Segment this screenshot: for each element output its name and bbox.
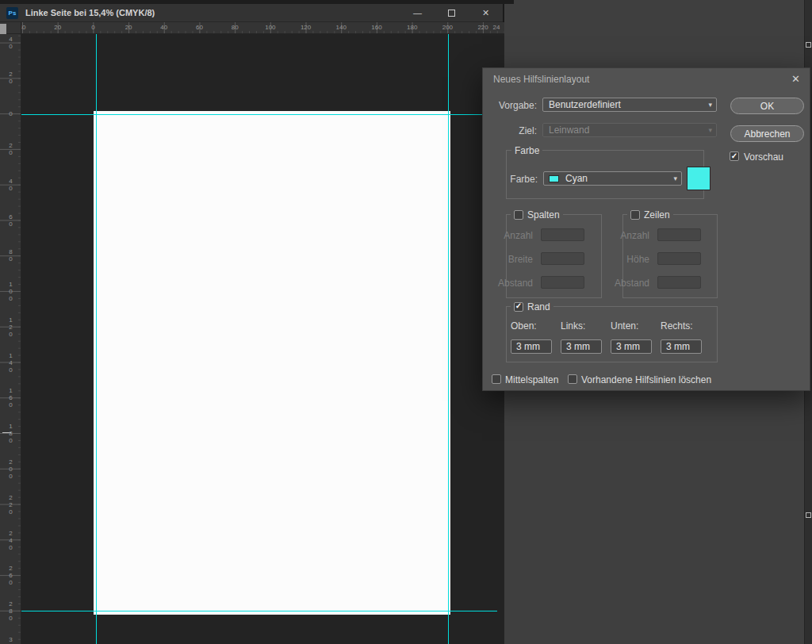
color-value: Cyan [565,173,673,184]
columns-gutter-field [541,276,584,289]
ruler-label: 24 [493,24,500,31]
columns-width-label: Breite [508,254,533,265]
document-window: Ps Linke Seite bei 15,4% (CMYK/8) — ✕ 40… [0,4,504,644]
ruler-label: 280 [7,600,14,622]
clear-existing-label: Vorhandene Hilfslinien löschen [581,374,711,385]
ruler-label: 40 [7,36,14,50]
columns-count-label: Anzahl [504,230,533,241]
ruler-label: 200 [442,24,453,31]
ruler-label: 100 [265,24,275,31]
close-button[interactable]: ✕ [469,4,503,21]
preset-dropdown[interactable]: Benutzerdefiniert ▾ [542,98,717,112]
rows-height-field [657,252,701,265]
margin-group-legend: Rand [527,301,550,312]
dialog-title: Neues Hilfslinienlayout [493,74,589,85]
margin-checkbox[interactable]: ✓ [514,302,523,312]
margin-top-label: Oben: [511,320,537,332]
ruler-label: 20 [7,142,14,156]
rows-count-field [657,228,701,241]
ruler-label: 20 [125,24,132,31]
document-page[interactable] [94,111,450,615]
ruler-label: 160 [7,387,14,408]
ruler-label: 220 [7,493,14,515]
cancel-button[interactable]: Abbrechen [730,125,804,142]
ruler-label: 60 [7,213,14,228]
preset-value: Benutzerdefiniert [549,99,708,110]
canvas-area[interactable] [21,34,504,644]
margin-top-field[interactable] [511,339,552,354]
color-label: Farbe: [510,174,538,185]
ruler-origin[interactable] [0,24,6,34]
document-titlebar[interactable]: Ps Linke Seite bei 15,4% (CMYK/8) — ✕ [0,4,503,22]
target-value: Leinwand [549,125,708,136]
ruler-label: 240 [7,529,14,550]
ruler-label: 20 [54,24,61,31]
ruler-label: 40 [7,178,14,192]
ruler-label: 220 [477,24,488,31]
minimize-icon: — [413,8,422,17]
check-icon: ✓ [731,152,737,160]
dialog-titlebar[interactable]: Neues Hilfslinienlayout ✕ [483,68,810,89]
horizontal-ruler[interactable]: 402002040608010012014016018020022024 [21,22,504,34]
preset-label: Vorgabe: [499,100,537,111]
margin-left-label: Links: [561,320,585,332]
margin-left-field[interactable] [561,339,602,354]
ruler-label: 200 [7,458,14,480]
guide-horizontal-top [21,114,497,115]
margin-group: ✓ Rand Oben: Links: Unten: Rechts: [506,306,718,362]
vertical-ruler[interactable]: 4020020406080100120140160180200220240260… [0,34,21,644]
center-columns-checkbox[interactable]: ✓ [492,374,501,384]
rows-gutter-label: Abstand [615,278,649,289]
chevron-down-icon: ▾ [708,126,712,134]
color-swatch-button[interactable] [687,167,710,190]
columns-checkbox[interactable]: ✓ [514,210,523,220]
ruler-label: 60 [196,24,203,31]
ruler-label: 180 [7,423,14,444]
columns-width-field [541,252,584,265]
clear-existing-checkbox[interactable]: ✓ [568,374,577,384]
ruler-label: 0 [91,24,94,31]
rows-count-label: Anzahl [620,230,649,241]
dialog-close-button[interactable]: ✕ [791,73,800,85]
ruler-label: 0 [7,110,14,117]
ruler-label: 300 [7,635,14,644]
window-controls: — ✕ [400,4,503,21]
center-columns-label: Mittelspalten [505,374,558,385]
target-dropdown: Leinwand ▾ [542,123,717,137]
minimize-button[interactable]: — [400,4,435,21]
rows-checkbox[interactable]: ✓ [630,210,640,220]
check-icon: ✓ [515,302,522,310]
margin-bottom-field[interactable] [611,339,652,354]
color-swatch-small [549,175,559,182]
chevron-down-icon: ▾ [673,174,677,182]
ruler-label: 100 [7,281,14,302]
color-group: Farbe Farbe: Cyan ▾ [506,150,704,199]
columns-group: ✓ Spalten Anzahl Breite Abstand [506,214,602,298]
guide-vertical-right [448,34,449,644]
margin-right-field[interactable] [661,339,702,354]
ruler-label: 80 [7,248,14,263]
window-title: Linke Seite bei 15,4% (CMYK/8) [25,8,155,17]
collapsed-panel-icon[interactable] [806,42,811,48]
rows-group-legend: Zeilen [644,209,670,220]
ruler-label: 120 [301,24,311,31]
rows-gutter-field [657,276,701,289]
rows-group: ✓ Zeilen Anzahl Höhe Abstand [622,214,718,298]
new-guide-layout-dialog: Neues Hilfslinienlayout ✕ Vorgabe: Benut… [482,67,810,391]
ruler-label: 140 [7,351,14,373]
preview-label: Vorschau [744,151,783,163]
color-group-legend: Farbe [515,145,539,156]
ok-button[interactable]: OK [730,98,804,114]
ruler-label: 80 [232,24,239,31]
maximize-icon [448,10,455,17]
columns-count-field [541,228,584,241]
guide-vertical-left [96,34,97,644]
close-icon: ✕ [482,8,489,18]
collapsed-panel-icon[interactable] [806,512,811,518]
target-label: Ziel: [519,125,537,136]
margin-bottom-label: Unten: [611,320,638,332]
preview-checkbox[interactable]: ✓ [730,151,739,161]
rows-height-label: Höhe [626,254,649,265]
maximize-button[interactable] [435,4,469,21]
color-dropdown[interactable]: Cyan ▾ [543,171,682,186]
